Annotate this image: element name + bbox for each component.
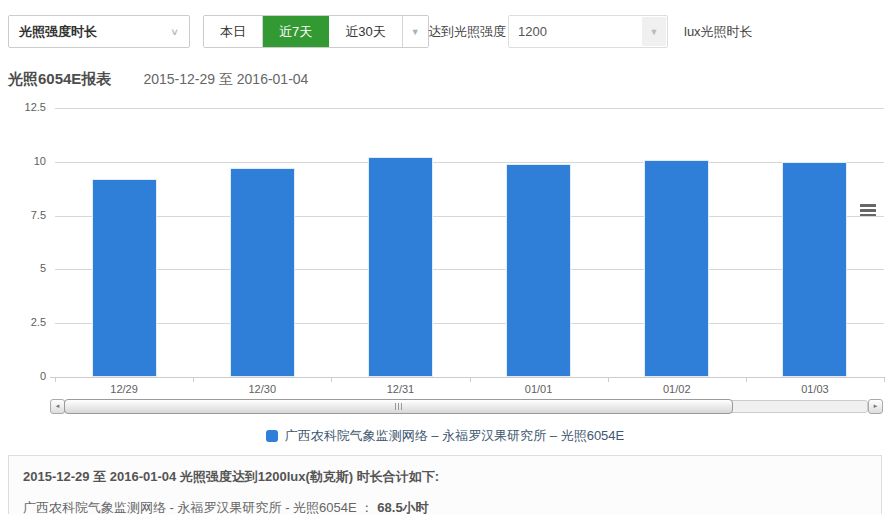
summary-panel: 2015-12-29 至 2016-01-04 光照强度达到1200lux(勒克…: [8, 455, 882, 514]
page-title: 光照6054E报表: [8, 70, 111, 89]
range-button-7days[interactable]: 近7天: [263, 16, 329, 47]
gridline: [55, 108, 884, 109]
x-axis-label: 01/01: [470, 383, 608, 395]
chevron-down-icon: ∨: [170, 26, 179, 37]
scrollbar-grip-icon: [395, 403, 402, 410]
bar[interactable]: [230, 168, 295, 377]
y-axis-label: 12.5: [0, 101, 46, 113]
gridline: [55, 269, 884, 270]
summary-heading: 2015-12-29 至 2016-01-04 光照强度达到1200lux(勒克…: [23, 468, 867, 486]
combo-caret-down-icon[interactable]: ▼: [642, 17, 666, 46]
y-axis-label: 5: [0, 262, 46, 274]
bar[interactable]: [644, 160, 709, 377]
x-axis-tick: [55, 377, 56, 382]
threshold-combo: ▼: [508, 15, 668, 48]
threshold-label: 达到光照强度: [428, 15, 506, 48]
x-axis-label: 12/29: [55, 383, 193, 395]
legend-item[interactable]: 广西农科院气象监测网络 – 永福罗汉果研究所 – 光照6054E: [266, 427, 625, 445]
scroll-right-icon[interactable]: ►: [868, 399, 883, 414]
x-axis-label: 12/31: [331, 383, 469, 395]
range-button-30days[interactable]: 近30天: [329, 16, 402, 47]
x-axis-label: 12/30: [193, 383, 331, 395]
report-page: 光照强度时长 ∨ 本日 近7天 近30天 ▼ 达到光照强度 ▼ lux光照时长 …: [0, 0, 890, 514]
summary-row-label: 广西农科院气象监测网络 - 永福罗汉果研究所 - 光照6054E ：: [23, 500, 373, 514]
x-axis-tick: [608, 377, 609, 382]
caret-down-icon[interactable]: ▼: [403, 16, 428, 47]
x-axis-tick: [193, 377, 194, 382]
y-axis-label: 7.5: [0, 209, 46, 221]
x-axis-line: [50, 377, 884, 378]
report-header: 光照6054E报表 2015-12-29 至 2016-01-04: [8, 70, 308, 92]
bar[interactable]: [782, 162, 847, 377]
scrollbar-thumb[interactable]: [64, 399, 733, 414]
metric-select[interactable]: 光照强度时长 ∨: [8, 15, 190, 48]
gridline: [55, 323, 884, 324]
x-axis-tick: [331, 377, 332, 382]
x-axis-label: 01/03: [746, 383, 884, 395]
x-axis-tick: [470, 377, 471, 382]
hamburger-menu-icon[interactable]: [858, 203, 878, 221]
range-button-today[interactable]: 本日: [204, 16, 263, 47]
summary-row-value: 68.5小时: [377, 500, 428, 514]
bar[interactable]: [92, 179, 157, 377]
y-axis-label: 0: [0, 370, 46, 382]
legend-marker-icon: [266, 430, 278, 442]
chart-canvas: 02.557.51012.512/2912/3012/3101/0101/020…: [0, 95, 890, 395]
y-axis-label: 2.5: [0, 316, 46, 328]
toolbar: 光照强度时长 ∨ 本日 近7天 近30天 ▼ 达到光照强度 ▼ lux光照时长: [0, 15, 890, 48]
scroll-left-icon[interactable]: ◄: [50, 399, 65, 414]
y-axis-label: 10: [0, 155, 46, 167]
gridline: [55, 216, 884, 217]
metric-select-value: 光照强度时长: [19, 23, 170, 41]
chart-horizontal-scrollbar: ◄ ►: [50, 399, 883, 415]
x-axis-label: 01/02: [608, 383, 746, 395]
x-axis-tick: [884, 377, 885, 382]
chart-legend: 广西农科院气象监测网络 – 永福罗汉果研究所 – 光照6054E: [0, 427, 890, 445]
threshold-input[interactable]: [509, 16, 641, 47]
unit-label: lux光照时长: [684, 15, 753, 48]
bar[interactable]: [506, 164, 571, 377]
summary-row: 广西农科院气象监测网络 - 永福罗汉果研究所 - 光照6054E ：68.5小时: [23, 499, 867, 514]
date-range-button-group: 本日 近7天 近30天 ▼: [203, 15, 429, 48]
x-axis-tick: [746, 377, 747, 382]
legend-label: 广西农科院气象监测网络 – 永福罗汉果研究所 – 光照6054E: [285, 427, 625, 445]
date-range-text: 2015-12-29 至 2016-01-04: [143, 71, 308, 89]
gridline: [55, 162, 884, 163]
bar[interactable]: [368, 157, 433, 377]
